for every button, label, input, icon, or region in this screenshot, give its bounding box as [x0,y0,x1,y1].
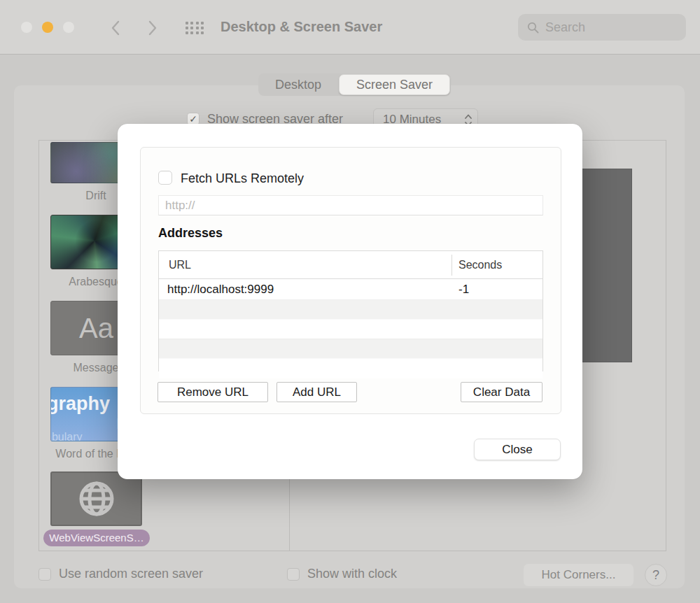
search-placeholder: Search [545,20,585,35]
zoom-window-button[interactable] [63,22,74,33]
forward-button[interactable] [141,17,164,39]
help-button[interactable]: ? [645,564,667,586]
empty-table-row [159,339,542,359]
title-bar: Desktop & Screen Saver Search [0,0,700,55]
search-icon [527,22,539,34]
webviewscreensaver-options-dialog: Fetch URLs Remotely Addresses URL Second… [118,124,582,479]
column-divider [451,255,452,276]
minimize-window-button[interactable] [42,22,53,33]
table-row[interactable]: http://localhost:9999 -1 [159,279,542,300]
seconds-cell: -1 [458,279,469,300]
screensaver-thumb-webviewscreensaver[interactable] [50,471,142,526]
show-with-clock-checkbox[interactable] [287,568,300,581]
message-thumb-text: Aa [79,313,113,344]
url-cell: http://localhost:9999 [167,279,274,300]
column-header-url: URL [169,251,191,279]
column-header-seconds: Seconds [458,251,502,279]
tab-bar: Desktop Screen Saver [258,73,451,96]
selected-screensaver-label[interactable]: WebViewScreenS… [43,530,150,546]
fetch-urls-remotely-label: Fetch URLs Remotely [181,171,304,186]
checkmark-icon: ✓ [189,113,197,125]
back-button[interactable] [104,17,126,39]
table-header: URL Seconds [159,251,542,279]
addresses-table[interactable]: URL Seconds http://localhost:9999 -1 [158,250,543,371]
add-url-button[interactable]: Add URL [276,382,357,402]
wotd-word: graphy [50,393,110,415]
tab-desktop[interactable]: Desktop [258,73,338,96]
use-random-checkbox[interactable] [38,568,51,581]
use-random-label: Use random screen saver [59,567,203,581]
remove-url-button[interactable]: Remove URL [158,382,268,402]
wotd-word: abulary [50,431,82,441]
page-title: Desktop & Screen Saver [220,19,382,35]
show-with-clock-label: Show with clock [307,567,397,581]
empty-table-row [159,359,542,378]
search-input[interactable]: Search [518,14,686,41]
addresses-heading: Addresses [158,226,223,241]
globe-icon [78,480,115,518]
hot-corners-button[interactable]: Hot Corners... [524,564,634,586]
chevron-left-icon [111,20,120,36]
clear-data-button[interactable]: Clear Data [461,382,542,402]
fetch-urls-remotely-checkbox[interactable] [158,171,172,185]
chevron-right-icon [148,20,158,36]
tab-screen-saver[interactable]: Screen Saver [339,74,450,95]
show-all-grid-icon[interactable] [184,20,205,36]
close-button[interactable]: Close [474,439,561,460]
close-window-button[interactable] [21,22,32,33]
empty-table-row [159,320,542,339]
empty-table-row [159,300,542,320]
url-input[interactable] [158,195,543,215]
